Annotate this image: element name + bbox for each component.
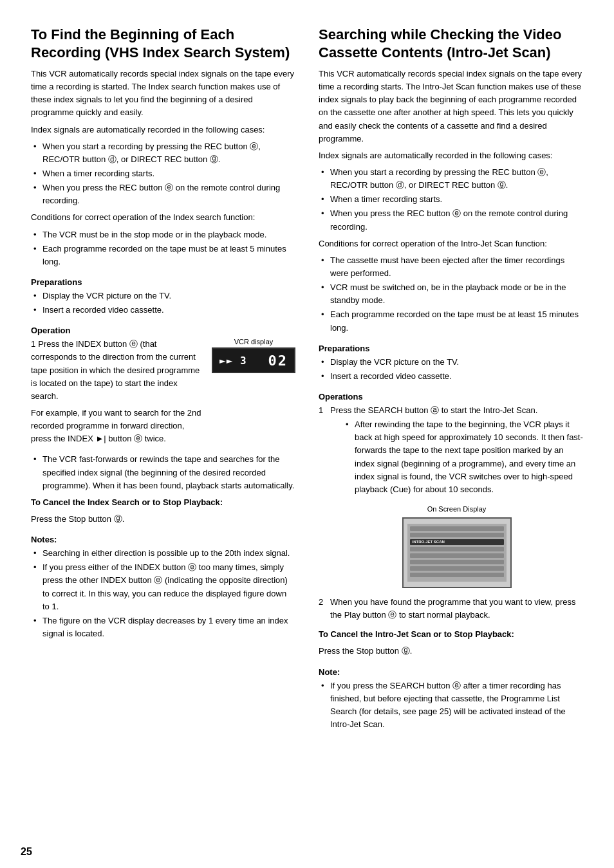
- vcr-display-label: VCR display: [234, 338, 274, 346]
- right-auto-record-list: When you start a recording by pressing t…: [319, 166, 583, 234]
- osd-line: [410, 553, 504, 558]
- list-item: Each programme recorded on the tape must…: [319, 308, 583, 334]
- operation-step1-wrapper: 1Press the INDEX button ⓔ (that correspo…: [31, 338, 295, 449]
- step-number: 2: [319, 596, 323, 609]
- op-bullet-list: The VCR fast-forwards or rewinds the tap…: [31, 453, 295, 492]
- osd-line: [410, 566, 504, 571]
- op-list-item: 1 Press the SEARCH button ⓐ to start the…: [319, 404, 583, 588]
- left-prep-list: Display the VCR picture on the TV. Inser…: [31, 290, 295, 317]
- cancel-text: Press the Stop button ⓖ.: [31, 513, 295, 526]
- osd-box: [402, 517, 512, 588]
- list-item: Insert a recorded video cassette.: [31, 304, 295, 317]
- on-screen-display: On Screen Display: [330, 504, 583, 588]
- list-item: When you press the REC button ⓔ on the r…: [319, 207, 583, 233]
- left-prep-title: Preparations: [31, 277, 295, 287]
- right-prep-title: Preparations: [319, 344, 583, 353]
- right-cancel-text: Press the Stop button ⓖ.: [319, 645, 583, 658]
- list-item: Display the VCR picture on the TV.: [319, 356, 583, 369]
- right-conditions-label: Conditions for correct operation of the …: [319, 237, 583, 250]
- left-conditions-label: Conditions for correct operation of the …: [31, 211, 295, 224]
- vcr-right: 02: [268, 353, 288, 369]
- cancel-title: To Cancel the Index Search or to Stop Pl…: [31, 496, 295, 509]
- right-note-list: If you press the SEARCH button ⓐ after a…: [319, 679, 583, 732]
- right-op-sub: After rewinding the tape to the beginnin…: [330, 418, 583, 496]
- left-column: To Find the Beginning of Each Recording …: [31, 26, 295, 735]
- list-item: When you start a recording by pressing t…: [31, 140, 295, 166]
- left-auto-record-list: When you start a recording by pressing t…: [31, 140, 295, 208]
- osd-line: [410, 533, 504, 537]
- list-item: After rewinding the tape to the beginnin…: [343, 418, 583, 496]
- vcr-screen: ►► 3 02: [212, 347, 295, 373]
- osd-line: [410, 526, 504, 531]
- list-item: When a timer recording starts.: [31, 167, 295, 180]
- left-intro: This VCR automatically records special i…: [31, 68, 295, 120]
- left-operation-title: Operation: [31, 326, 295, 335]
- osd-inner: [407, 524, 507, 582]
- osd-line: [410, 547, 504, 551]
- right-operations-title: Operations: [319, 392, 583, 402]
- right-title: Searching while Checking the Video Casse…: [319, 26, 583, 61]
- right-conditions-list: The cassette must have been ejected afte…: [319, 254, 583, 335]
- left-conditions-list: The VCR must be in the stop mode or in t…: [31, 228, 295, 268]
- step-number: 1: [319, 404, 323, 417]
- vcr-left: ►► 3: [219, 355, 247, 367]
- left-title: To Find the Beginning of Each Recording …: [31, 26, 295, 61]
- list-item: The figure on the VCR display decreases …: [31, 614, 295, 640]
- right-note-title: Note:: [319, 667, 583, 677]
- right-intro: This VCR automatically records special i…: [319, 68, 583, 145]
- osd-highlight-line: [410, 539, 504, 545]
- list-item: When you start a recording by pressing t…: [319, 166, 583, 192]
- vcr-display-box: VCR display ►► 3 02: [212, 338, 295, 373]
- right-column: Searching while Checking the Video Casse…: [319, 26, 583, 735]
- right-operations-list: 1 Press the SEARCH button ⓐ to start the…: [319, 404, 583, 622]
- right-auto-record-label: Index signals are automatically recorded…: [319, 149, 583, 162]
- notes-title: Notes:: [31, 535, 295, 544]
- op-list-item: 2 When you have found the programme that…: [319, 596, 583, 622]
- op-step1: 1Press the INDEX button ⓔ (that correspo…: [31, 338, 204, 403]
- list-item: The VCR must be in the stop mode or in t…: [31, 228, 295, 241]
- list-item: Each programme recorded on the tape must…: [31, 243, 295, 268]
- op-step1b: For example, if you want to search for t…: [31, 407, 204, 445]
- right-cancel-title: To Cancel the Intro-Jet Scan or to Stop …: [319, 628, 583, 641]
- right-prep-list: Display the VCR picture on the TV. Inser…: [319, 356, 583, 383]
- list-item: If you press the SEARCH button ⓐ after a…: [319, 679, 583, 732]
- list-item: The VCR fast-forwards or rewinds the tap…: [31, 453, 295, 492]
- right-op-step2: When you have found the programme that y…: [330, 597, 576, 620]
- list-item: Insert a recorded video cassette.: [319, 370, 583, 383]
- page-layout: To Find the Beginning of Each Recording …: [31, 26, 583, 735]
- list-item: The cassette must have been ejected afte…: [319, 254, 583, 280]
- list-item: If you press either of the INDEX button …: [31, 561, 295, 613]
- osd-line: [410, 573, 504, 577]
- left-auto-record-label: Index signals are automatically recorded…: [31, 124, 295, 136]
- list-item: VCR must be switched on, be in the playb…: [319, 281, 583, 307]
- right-op-step1: Press the SEARCH button ⓐ to start the I…: [330, 405, 537, 415]
- list-item: When you press the REC button ⓔ on the r…: [31, 181, 295, 207]
- page-number: 25: [21, 846, 32, 858]
- osd-line: [410, 560, 504, 564]
- list-item: Display the VCR picture on the TV.: [31, 290, 295, 302]
- list-item: Searching in either direction is possibl…: [31, 547, 295, 560]
- list-item: When a timer recording starts.: [319, 193, 583, 206]
- osd-label: On Screen Display: [427, 504, 487, 515]
- notes-list: Searching in either direction is possibl…: [31, 547, 295, 640]
- operation-step1-text: 1Press the INDEX button ⓔ (that correspo…: [31, 338, 204, 449]
